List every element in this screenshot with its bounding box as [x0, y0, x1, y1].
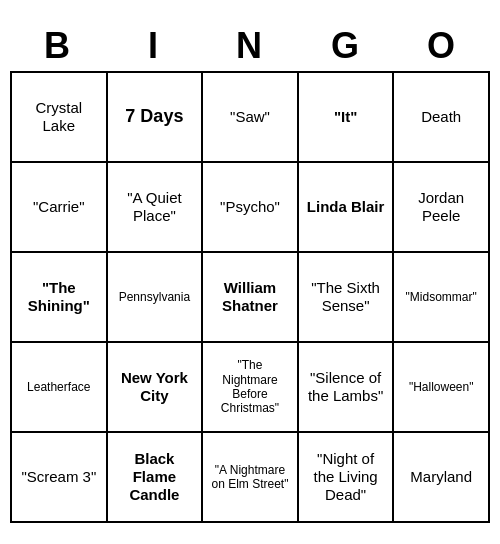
- bingo-cell-12: William Shatner: [203, 253, 299, 343]
- bingo-cell-2: "Saw": [203, 73, 299, 163]
- bingo-cell-7: "Psycho": [203, 163, 299, 253]
- header-letter-g: G: [298, 21, 394, 71]
- bingo-cell-22: "A Nightmare on Elm Street": [203, 433, 299, 523]
- bingo-cell-6: "A Quiet Place": [108, 163, 204, 253]
- bingo-cell-14: "Midsommar": [394, 253, 490, 343]
- header-letter-i: I: [106, 21, 202, 71]
- bingo-cell-17: "The Nightmare Before Christmas": [203, 343, 299, 433]
- bingo-cell-9: Jordan Peele: [394, 163, 490, 253]
- bingo-cell-20: "Scream 3": [12, 433, 108, 523]
- header-letter-n: N: [202, 21, 298, 71]
- bingo-cell-15: Leatherface: [12, 343, 108, 433]
- header-letter-o: O: [394, 21, 490, 71]
- bingo-cell-19: "Halloween": [394, 343, 490, 433]
- header-letter-b: B: [10, 21, 106, 71]
- bingo-cell-10: "The Shining": [12, 253, 108, 343]
- bingo-grid: Crystal Lake7 Days"Saw""It"Death"Carrie"…: [10, 71, 490, 523]
- bingo-cell-24: Maryland: [394, 433, 490, 523]
- bingo-header: BINGO: [10, 21, 490, 71]
- bingo-card: BINGO Crystal Lake7 Days"Saw""It"Death"C…: [10, 21, 490, 523]
- bingo-cell-21: Black Flame Candle: [108, 433, 204, 523]
- bingo-cell-23: "Night of the Living Dead": [299, 433, 395, 523]
- bingo-cell-4: Death: [394, 73, 490, 163]
- bingo-cell-3: "It": [299, 73, 395, 163]
- bingo-cell-11: Pennsylvania: [108, 253, 204, 343]
- bingo-cell-18: "Silence of the Lambs": [299, 343, 395, 433]
- bingo-cell-0: Crystal Lake: [12, 73, 108, 163]
- bingo-cell-8: Linda Blair: [299, 163, 395, 253]
- bingo-cell-16: New York City: [108, 343, 204, 433]
- bingo-cell-1: 7 Days: [108, 73, 204, 163]
- bingo-cell-5: "Carrie": [12, 163, 108, 253]
- bingo-cell-13: "The Sixth Sense": [299, 253, 395, 343]
